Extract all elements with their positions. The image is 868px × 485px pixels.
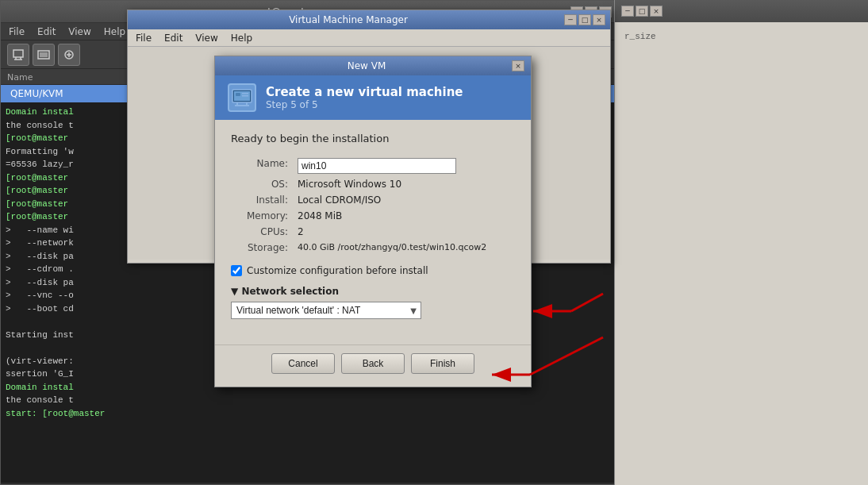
memory-label: Memory: xyxy=(231,208,294,224)
dialog-titlebar: New VM × xyxy=(215,56,531,75)
newvm-dialog: New VM × Create a new virtual machine xyxy=(214,56,532,387)
dialog-close-btn[interactable]: × xyxy=(512,60,524,71)
terminal-menu-help[interactable]: Help xyxy=(99,25,130,39)
table-row-os: OS: Microsoft Windows 10 xyxy=(231,176,515,192)
network-title: ▼ Network selection xyxy=(231,286,515,297)
vmm-titlebar: Virtual Machine Manager ─ □ × xyxy=(128,10,610,29)
right-panel-maximize[interactable]: □ xyxy=(636,6,648,17)
svg-rect-5 xyxy=(40,52,48,57)
terminal-menu-edit[interactable]: Edit xyxy=(33,25,60,39)
term-line-24: start: [root@master xyxy=(6,407,613,421)
dialog-buttons: Cancel Back Finish xyxy=(215,345,531,387)
network-section: ▼ Network selection Virtual network 'def… xyxy=(231,286,515,319)
dialog-header-title: Create a new virtual machine xyxy=(266,85,463,99)
network-dropdown-wrapper: Virtual network 'default' : NAT Bridge d… xyxy=(231,302,421,319)
vmm-menu-help[interactable]: Help xyxy=(226,31,257,45)
os-value: Microsoft Windows 10 xyxy=(294,176,515,192)
vmm-maximize-btn[interactable]: □ xyxy=(578,14,591,25)
right-panel-content: r_size xyxy=(615,22,868,51)
right-panel-text: r_size xyxy=(621,29,862,44)
vmm-menu-view[interactable]: View xyxy=(190,31,222,45)
cpus-label: CPUs: xyxy=(231,224,294,240)
ready-text: Ready to begin the installation xyxy=(231,133,515,144)
right-panel-titlebar: ─ □ × xyxy=(615,0,868,22)
svg-rect-15 xyxy=(242,93,248,94)
vmm-menu-file[interactable]: File xyxy=(131,31,156,45)
vmm-menu-edit[interactable]: Edit xyxy=(159,31,187,45)
cpus-value: 2 xyxy=(294,224,515,240)
display-icon xyxy=(37,48,50,61)
dialog-header-icon xyxy=(228,83,256,112)
name-value-cell xyxy=(294,156,515,176)
terminal-menu-file[interactable]: File xyxy=(4,25,29,39)
right-panel-controls: ─ □ × xyxy=(621,6,663,17)
table-row-memory: Memory: 2048 MiB xyxy=(231,208,515,224)
table-row-cpus: CPUs: 2 xyxy=(231,224,515,240)
term-line-23: the console t xyxy=(6,394,613,407)
os-label: OS: xyxy=(231,176,294,192)
dialog-title: New VM xyxy=(221,60,512,71)
dialog-body: Ready to begin the installation Name: OS… xyxy=(215,120,531,345)
table-row-install: Install: Local CDROM/ISO xyxy=(231,192,515,208)
name-input[interactable] xyxy=(298,158,456,174)
svg-rect-16 xyxy=(242,95,248,97)
right-panel-close[interactable]: × xyxy=(650,6,663,17)
vmm-close-btn[interactable]: × xyxy=(593,14,605,25)
terminal-menu-view[interactable]: View xyxy=(63,25,95,39)
svg-rect-0 xyxy=(13,50,23,57)
computer-screen-icon xyxy=(231,87,253,109)
name-label: Name: xyxy=(231,156,294,176)
svg-rect-14 xyxy=(236,93,240,96)
vmm-title: Virtual Machine Manager xyxy=(133,14,564,25)
table-row-storage: Storage: 40.0 GiB /root/zhangyq/0.test/w… xyxy=(231,240,515,256)
create-icon xyxy=(63,48,75,61)
toolbar-btn-3[interactable] xyxy=(58,44,80,66)
toolbar-btn-1[interactable] xyxy=(7,44,29,66)
dialog-header-text: Create a new virtual machine Step 5 of 5 xyxy=(266,85,463,110)
info-table: Name: OS: Microsoft Windows 10 Install: … xyxy=(231,156,515,256)
vmm-controls: ─ □ × xyxy=(564,14,605,25)
monitor-icon xyxy=(12,48,25,61)
install-value: Local CDROM/ISO xyxy=(294,192,515,208)
table-row-name: Name: xyxy=(231,156,515,176)
install-label: Install: xyxy=(231,192,294,208)
right-panel: ─ □ × r_size xyxy=(614,0,868,485)
vmm-minimize-btn[interactable]: ─ xyxy=(564,14,577,25)
finish-button[interactable]: Finish xyxy=(411,353,474,374)
desktop: root@master:~ ─ □ × File Edit View Help xyxy=(0,0,868,485)
dialog-header: Create a new virtual machine Step 5 of 5 xyxy=(215,75,531,120)
right-panel-minimize[interactable]: ─ xyxy=(621,6,634,17)
network-dropdown[interactable]: Virtual network 'default' : NAT Bridge d… xyxy=(231,302,421,319)
customize-label: Customize configuration before install xyxy=(247,265,428,276)
back-button[interactable]: Back xyxy=(341,353,405,374)
vm-list-header: Name xyxy=(7,72,33,83)
toolbar-btn-2[interactable] xyxy=(33,44,55,66)
storage-label: Storage: xyxy=(231,240,294,256)
storage-value: 40.0 GiB /root/zhangyq/0.test/win10.qcow… xyxy=(294,240,515,256)
vmm-menubar: File Edit View Help xyxy=(128,29,610,47)
memory-value: 2048 MiB xyxy=(294,208,515,224)
customize-checkbox[interactable] xyxy=(231,265,242,276)
dialog-header-subtitle: Step 5 of 5 xyxy=(266,99,463,110)
customize-checkbox-row: Customize configuration before install xyxy=(231,265,515,276)
cancel-button[interactable]: Cancel xyxy=(271,353,335,374)
